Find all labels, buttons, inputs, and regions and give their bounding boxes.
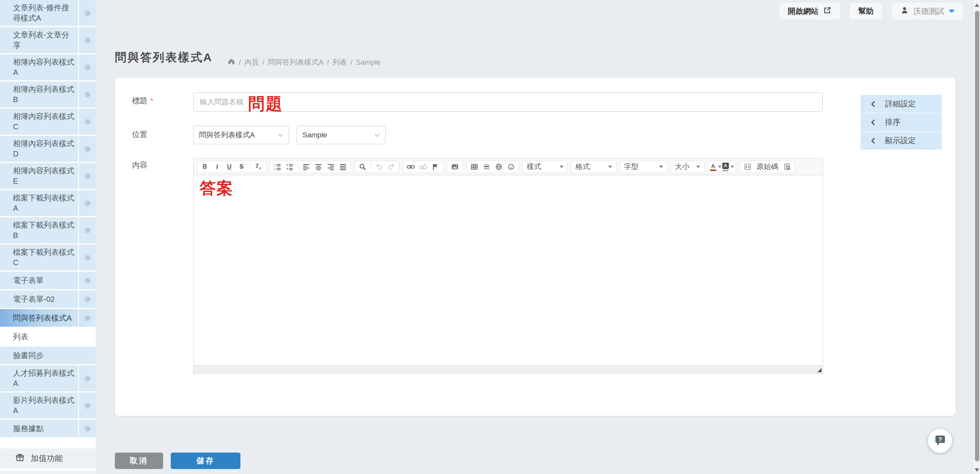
bg-color-icon[interactable]: A bbox=[722, 162, 734, 172]
find-icon[interactable] bbox=[357, 162, 368, 172]
numbered-list-icon[interactable]: 12 bbox=[272, 162, 283, 172]
display-settings-button[interactable]: 顯示設定 bbox=[861, 132, 942, 150]
underline-icon[interactable]: U bbox=[224, 162, 235, 172]
sidebar-item[interactable]: 相簿內容列表樣式E bbox=[0, 163, 96, 189]
text-color-icon[interactable]: A bbox=[710, 162, 722, 172]
gear-icon[interactable] bbox=[78, 420, 96, 437]
gear-icon[interactable] bbox=[78, 393, 96, 419]
sidebar-item-label: 相簿內容列表樣式D bbox=[13, 138, 77, 159]
gear-icon[interactable] bbox=[78, 27, 96, 53]
strikethrough-icon[interactable]: S bbox=[236, 162, 247, 172]
anchor-icon[interactable] bbox=[430, 162, 441, 172]
sidebar-item[interactable]: 相簿內容列表樣式A bbox=[0, 54, 96, 80]
size-combo[interactable]: 大小 bbox=[671, 161, 704, 173]
open-site-button[interactable]: 開啟網站 bbox=[779, 3, 840, 20]
title-input[interactable] bbox=[193, 93, 823, 112]
help-button[interactable]: 幫助 bbox=[850, 3, 882, 20]
align-left-icon[interactable] bbox=[301, 162, 312, 172]
smiley-icon[interactable] bbox=[505, 162, 517, 172]
gear-icon[interactable] bbox=[78, 0, 96, 26]
gear-icon[interactable] bbox=[78, 290, 96, 308]
bulleted-list-icon[interactable] bbox=[284, 162, 296, 172]
remove-format-icon[interactable]: Tx bbox=[252, 162, 264, 172]
cancel-button[interactable]: 取消 bbox=[115, 453, 163, 469]
sidebar-item-label: 相簿內容列表樣式E bbox=[13, 166, 77, 186]
sidebar-item[interactable]: 臉書同步 bbox=[0, 347, 96, 364]
sidebar-item[interactable]: 影片列表列表樣式A bbox=[0, 393, 96, 419]
bold-icon[interactable]: B bbox=[199, 162, 211, 172]
user-menu[interactable]: 沃德測試 bbox=[892, 3, 963, 20]
sidebar-item[interactable]: 問與答列表樣式A bbox=[0, 309, 96, 327]
iframe-icon[interactable] bbox=[493, 162, 505, 172]
font-combo[interactable]: 字型 bbox=[620, 161, 667, 173]
horizontal-rule-icon[interactable] bbox=[481, 162, 492, 172]
location-page-select[interactable]: Sample bbox=[297, 126, 385, 144]
breadcrumb-item[interactable]: 問與答列表樣式A bbox=[268, 57, 324, 67]
style-combo[interactable]: 樣式 bbox=[523, 161, 568, 173]
sidebar-item[interactable]: 文章列表-文章分享 bbox=[0, 27, 96, 53]
gear-icon[interactable] bbox=[78, 109, 96, 135]
scroll-up-arrow[interactable] bbox=[975, 3, 979, 7]
editor-content[interactable]: 答案 bbox=[193, 175, 823, 366]
sidebar-item[interactable]: 相簿內容列表樣式C bbox=[0, 109, 96, 135]
image-icon[interactable] bbox=[449, 162, 461, 172]
save-button[interactable]: 儲存 bbox=[171, 453, 240, 469]
app-window: 文章列表-條件搜尋樣式A文章列表-文章分享相簿內容列表樣式A相簿內容列表樣式B相… bbox=[0, 0, 980, 474]
location-style-select[interactable]: 問與答列表樣式A bbox=[193, 126, 289, 144]
table-icon[interactable] bbox=[469, 162, 480, 172]
sidebar-item[interactable]: 文章列表-條件搜尋樣式A bbox=[0, 0, 96, 26]
gear-icon[interactable] bbox=[78, 244, 96, 270]
gear-icon[interactable] bbox=[78, 309, 96, 327]
open-site-label: 開啟網站 bbox=[788, 6, 818, 16]
breadcrumb-item[interactable]: 列表 bbox=[333, 57, 347, 67]
scrollbar-thumb[interactable] bbox=[975, 11, 979, 461]
sidebar-item[interactable]: 服務據點 bbox=[0, 420, 96, 437]
gear-icon[interactable] bbox=[78, 190, 96, 216]
scrollbar bbox=[974, 0, 980, 474]
gear-icon[interactable] bbox=[78, 163, 96, 189]
sidebar-item-addons[interactable]: 加值功能 bbox=[0, 448, 96, 468]
sidebar-item[interactable]: 人才招募列表樣式A bbox=[0, 365, 96, 391]
link-icon[interactable] bbox=[405, 162, 416, 172]
sidebar-item-label: 列表 bbox=[13, 332, 88, 342]
gear-icon[interactable] bbox=[78, 365, 96, 391]
source-icon[interactable] bbox=[742, 162, 753, 172]
sidebar-item[interactable]: 電子表單 bbox=[0, 272, 96, 289]
sidebar-list: 文章列表-條件搜尋樣式A文章列表-文章分享相簿內容列表樣式A相簿內容列表樣式B相… bbox=[0, 0, 96, 437]
sidebar-item[interactable]: 電子表單-02 bbox=[0, 290, 96, 308]
chevron-down-icon bbox=[608, 166, 612, 168]
help-fab-button[interactable]: ? bbox=[928, 429, 952, 453]
sidebar-item[interactable]: 檔案下載列表樣式A bbox=[0, 190, 96, 216]
format-combo[interactable]: 格式 bbox=[571, 161, 616, 173]
gear-icon[interactable] bbox=[78, 81, 96, 108]
sidebar-item[interactable]: 相簿內容列表樣式D bbox=[0, 136, 96, 162]
align-center-icon[interactable] bbox=[313, 162, 324, 172]
sort-button[interactable]: 排序 bbox=[861, 113, 942, 131]
help-label: 幫助 bbox=[858, 6, 874, 16]
preview-icon[interactable] bbox=[781, 162, 793, 172]
gear-icon[interactable] bbox=[78, 217, 96, 243]
chevron-down-icon bbox=[659, 166, 663, 168]
svg-text:1: 1 bbox=[274, 164, 276, 167]
detail-settings-button[interactable]: 詳細設定 bbox=[861, 95, 942, 113]
source-label[interactable]: 原始碼 bbox=[756, 162, 778, 172]
sidebar-item-site-settings[interactable]: 全站設定 bbox=[0, 471, 96, 474]
align-right-icon[interactable] bbox=[325, 162, 336, 172]
gear-icon[interactable] bbox=[78, 136, 96, 162]
sidebar-item[interactable]: 列表 bbox=[0, 328, 96, 345]
align-justify-icon[interactable] bbox=[337, 162, 349, 172]
gear-icon[interactable] bbox=[78, 54, 96, 80]
sidebar-item[interactable]: 檔案下載列表樣式B bbox=[0, 217, 96, 243]
scroll-down-arrow[interactable] bbox=[975, 468, 979, 472]
gear-icon[interactable] bbox=[78, 272, 96, 289]
home-icon[interactable] bbox=[227, 57, 235, 67]
italic-icon[interactable]: I bbox=[211, 162, 223, 172]
resize-grip-icon[interactable] bbox=[817, 368, 822, 372]
toolbar-group bbox=[466, 161, 519, 173]
svg-text:2: 2 bbox=[274, 168, 276, 171]
toolbar-group bbox=[403, 161, 443, 173]
sidebar-item[interactable]: 相簿內容列表樣式B bbox=[0, 81, 96, 108]
sidebar-item[interactable]: 檔案下載列表樣式C bbox=[0, 244, 96, 270]
breadcrumb-item[interactable]: 內頁 bbox=[244, 57, 259, 67]
breadcrumb-separator: / bbox=[262, 58, 264, 67]
